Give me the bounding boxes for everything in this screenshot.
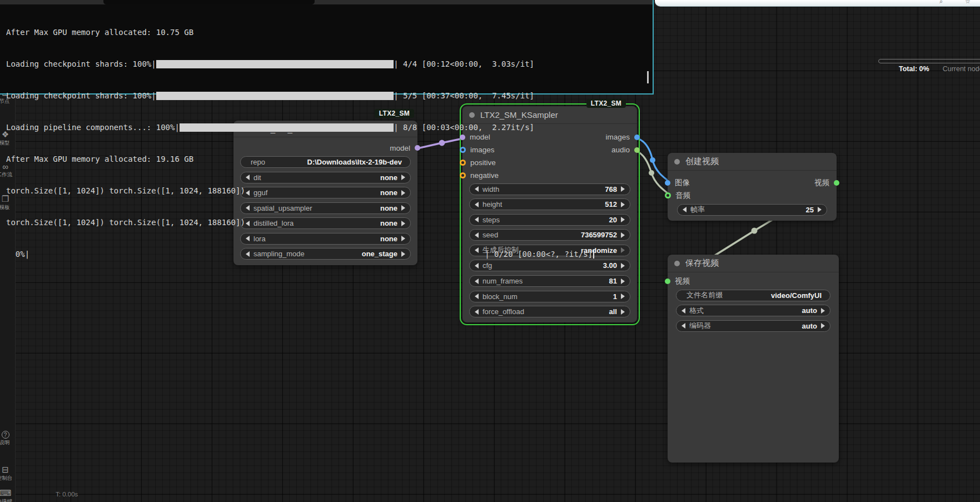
output-images[interactable]: images [605, 133, 632, 141]
progress-bar-fill [156, 92, 394, 100]
terminal-window[interactable]: After Max GPU memory allocated: 10.75 GB… [0, 0, 654, 95]
terminal-cursor [593, 250, 594, 259]
terminal-line: torch.Size([1, 1024]) torch.Size([1, 102… [6, 217, 594, 228]
increment-arrow-icon[interactable] [621, 294, 625, 299]
terminal-output: After Max GPU memory allocated: 10.75 GB… [6, 6, 594, 281]
terminal-progress-line: Loading pipeline components...: 100%|| 8… [6, 122, 534, 133]
increment-arrow-icon[interactable] [621, 309, 625, 315]
collapse-dot-icon[interactable] [674, 261, 680, 266]
widget-block-num[interactable]: block_num 1 [469, 291, 630, 302]
widget-force-offload[interactable]: force_offload all [469, 306, 630, 317]
total-progress-bar [878, 59, 980, 63]
terminal-line: After Max GPU memory allocated: 10.75 GB [6, 27, 594, 38]
increment-arrow-icon[interactable] [621, 202, 625, 207]
decrement-arrow-icon[interactable] [681, 323, 685, 329]
decrement-arrow-icon[interactable] [475, 294, 479, 299]
node-title-bar[interactable]: 创建视频 [668, 153, 837, 171]
terminal-progress-line: Loading checkpoint shards: 100%|| 5/5 [0… [6, 91, 534, 101]
console-icon: ⊟ [0, 465, 16, 475]
video-slot-dot-icon[interactable] [834, 180, 839, 186]
progress-bar-empty [29, 250, 485, 259]
decrement-arrow-icon[interactable] [683, 207, 687, 212]
increment-arrow-icon[interactable] [621, 279, 625, 284]
total-value: 0% [919, 65, 929, 73]
output-video[interactable]: 视频 [814, 178, 832, 188]
decrement-arrow-icon[interactable] [475, 309, 479, 315]
increment-arrow-icon[interactable] [621, 263, 625, 269]
increment-arrow-icon[interactable] [818, 207, 822, 212]
progress-bar-fill [180, 123, 394, 132]
node-title: 创建视频 [685, 156, 719, 167]
audio-slot-dot-icon[interactable] [634, 147, 640, 153]
browser-window-edge: ⌕ ☆ [655, 0, 980, 7]
audio-slot-dot-icon[interactable] [665, 192, 671, 198]
search-icon: ⌕ [939, 0, 943, 5]
sidebar-item-console[interactable]: ⊟ 控制台 [0, 465, 16, 482]
widget-filename-prefix[interactable]: 文件名前缀 video/ComfyUI [676, 290, 830, 301]
terminal-scrollbar[interactable] [647, 71, 649, 83]
node-title: 保存视频 [685, 258, 719, 269]
node-create-video[interactable]: 创建视频 图像 视频 音频 帧率 25 [668, 153, 837, 221]
widget-encoder[interactable]: 编码器 auto [676, 320, 830, 332]
progress-bar-fill [156, 60, 394, 68]
increment-arrow-icon[interactable] [821, 308, 825, 314]
widget-format[interactable]: 格式 auto [676, 305, 830, 316]
collapse-dot-icon[interactable] [674, 159, 680, 165]
terminal-progress-line: 0%|| 0/20 [00:00<?, ?it/s] [6, 249, 594, 260]
increment-arrow-icon[interactable] [821, 323, 825, 329]
sidebar-item-shortcuts[interactable]: ⌨ 快捷键 [0, 488, 16, 502]
help-icon: ? [2, 431, 9, 439]
widget-frame-rate[interactable]: 帧率 25 [677, 204, 827, 216]
terminal-line: After Max GPU memory allocated: 19.16 GB [6, 154, 594, 165]
node-title-bar[interactable]: 保存视频 [668, 255, 839, 272]
increment-arrow-icon[interactable] [621, 217, 625, 222]
output-audio[interactable]: audio [611, 146, 632, 154]
node-save-video[interactable]: 保存视频 视频 文件名前缀 video/ComfyUI 格式 auto 编码器 … [668, 255, 839, 463]
images-slot-dot-icon[interactable] [665, 180, 670, 186]
images-slot-dot-icon[interactable] [634, 135, 640, 140]
terminal-progress-line: Loading checkpoint shards: 100%|| 4/4 [0… [6, 59, 534, 69]
render-timer: T: 0.00s [56, 491, 78, 498]
terminal-titlebar [0, 0, 653, 4]
input-video[interactable]: 视频 [673, 276, 690, 286]
keyboard-icon: ⌨ [0, 488, 16, 498]
increment-arrow-icon[interactable] [621, 232, 625, 238]
increment-arrow-icon[interactable] [621, 186, 625, 192]
video-preview-area [668, 336, 839, 458]
input-audio[interactable]: 音频 [673, 191, 690, 201]
current-node-label: Current node: LT [943, 65, 980, 73]
total-label: Total: [899, 65, 917, 73]
bookmark-star-icon: ☆ [965, 0, 971, 5]
terminal-line: torch.Size([1, 1024]) torch.Size([1, 102… [6, 186, 594, 196]
increment-arrow-icon[interactable] [621, 247, 625, 253]
execution-status: Total: 0%Current node: LT [899, 65, 980, 73]
decrement-arrow-icon[interactable] [681, 308, 685, 314]
sidebar-item-help[interactable]: ? 说明 [0, 429, 16, 446]
input-image[interactable]: 图像 [673, 178, 690, 188]
terminal-tab[interactable] [103, 0, 315, 4]
video-slot-dot-icon[interactable] [665, 279, 670, 284]
